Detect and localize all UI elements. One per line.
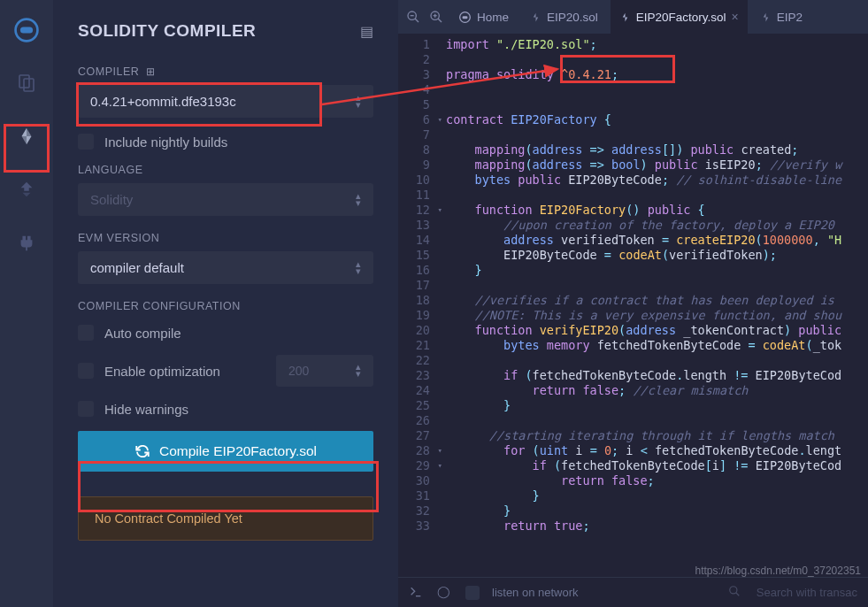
search-icon[interactable] [728,585,744,601]
tab-label: EIP20Factory.sol [636,11,726,24]
chevron-updown-icon: ▴▾ [356,364,361,377]
deploy-icon[interactable] [12,175,41,204]
evm-select[interactable]: compiler default ▴▾ [78,251,373,284]
plugin-icon[interactable] [12,228,41,257]
zoom-out-icon[interactable] [403,7,423,27]
code[interactable]: import "./EIP20.sol";pragma solidity ^0.… [446,34,868,577]
compile-button-label: Compile EIP20Factory.sol [159,443,317,459]
editor-tabs: Home EIP20.sol EIP20Factory.sol × EIP2 [398,0,868,34]
zoom-in-icon[interactable] [426,7,446,27]
evm-value: compiler default [90,260,184,275]
nav-rail [0,0,53,607]
compiler-add-icon[interactable]: ⊞ [146,65,155,78]
svg-rect-12 [463,16,468,19]
tab-label: EIP20.sol [547,11,598,24]
optimize-label: Enable optimization [104,364,220,379]
optimize-runs-value: 200 [288,364,309,378]
optimize-runs-input[interactable]: 200 ▴▾ [276,355,373,387]
gutter: 1234567891011121314151617181920212223242… [398,34,446,577]
compiler-panel: SOLIDITY COMPILER ▤ COMPILER ⊞ 0.4.21+co… [53,0,398,607]
hidewarn-label: Hide warnings [104,402,188,417]
compiler-select[interactable]: 0.4.21+commit.dfe3193c ▴▾ [78,85,373,118]
compile-status: No Contract Compiled Yet [78,496,373,541]
listen-checkbox[interactable] [465,586,480,600]
solidity-file-icon [530,12,542,23]
chevron-updown-icon: ▴▾ [356,261,361,274]
chevron-updown-icon: ▴▾ [356,193,361,206]
terminal-icon[interactable] [409,585,425,601]
svg-line-15 [736,592,740,595]
watermark: https://blog.csdn.net/m0_37202351 [695,565,861,577]
editor: Home EIP20.sol EIP20Factory.sol × EIP2 1… [398,0,868,607]
close-icon[interactable]: × [732,10,739,24]
compiler-label: COMPILER [78,65,139,78]
chevron-updown-icon: ▴▾ [356,95,361,108]
autocompile-label: Auto compile [104,326,181,341]
solidity-file-icon [760,12,772,23]
hidewarn-checkbox[interactable] [78,401,94,417]
evm-label: EVM VERSION [78,232,373,244]
svg-rect-1 [20,27,33,33]
tab-eip20factory[interactable]: EIP20Factory.sol × [611,0,748,34]
autocompile-row[interactable]: Auto compile [78,325,373,341]
tab-eip2-partial[interactable]: EIP2 [751,0,811,34]
code-area[interactable]: 1234567891011121314151617181920212223242… [398,34,868,577]
logo-icon[interactable] [12,16,41,44]
listen-label: listen on network [492,586,579,599]
language-select[interactable]: Solidity ▴▾ [78,183,373,216]
autocompile-checkbox[interactable] [78,325,94,341]
tab-label: EIP2 [777,11,803,24]
svg-point-14 [730,586,737,593]
home-icon [458,11,472,24]
terminal-bar: ◯ listen on network Search with transac [398,577,868,607]
language-label: LANGUAGE [78,164,373,176]
solidity-compiler-icon[interactable] [12,122,41,150]
nightly-label: Include nightly builds [104,134,227,150]
refresh-icon [134,443,150,459]
nightly-checkbox-row[interactable]: Include nightly builds [78,134,373,150]
circle-icon[interactable]: ◯ [437,585,453,601]
tab-eip20[interactable]: EIP20.sol [521,0,607,34]
search-placeholder: Search with transac [757,586,857,599]
optimize-checkbox[interactable] [78,363,94,379]
config-label: COMPILER CONFIGURATION [78,300,373,312]
svg-line-8 [438,19,442,22]
solidity-file-icon [619,12,631,23]
panel-title: SOLIDITY COMPILER [78,21,256,41]
hidewarn-row[interactable]: Hide warnings [78,401,373,417]
nightly-checkbox[interactable] [78,134,94,150]
language-value: Solidity [90,192,133,207]
panel-menu-icon[interactable]: ▤ [360,23,373,40]
svg-line-5 [415,19,419,22]
tab-home[interactable]: Home [449,0,518,34]
optimize-row[interactable]: Enable optimization [78,363,265,379]
file-explorer-icon[interactable] [12,69,41,97]
compiler-value: 0.4.21+commit.dfe3193c [90,94,236,109]
compile-button[interactable]: Compile EIP20Factory.sol [78,431,373,472]
tab-label: Home [477,11,509,24]
